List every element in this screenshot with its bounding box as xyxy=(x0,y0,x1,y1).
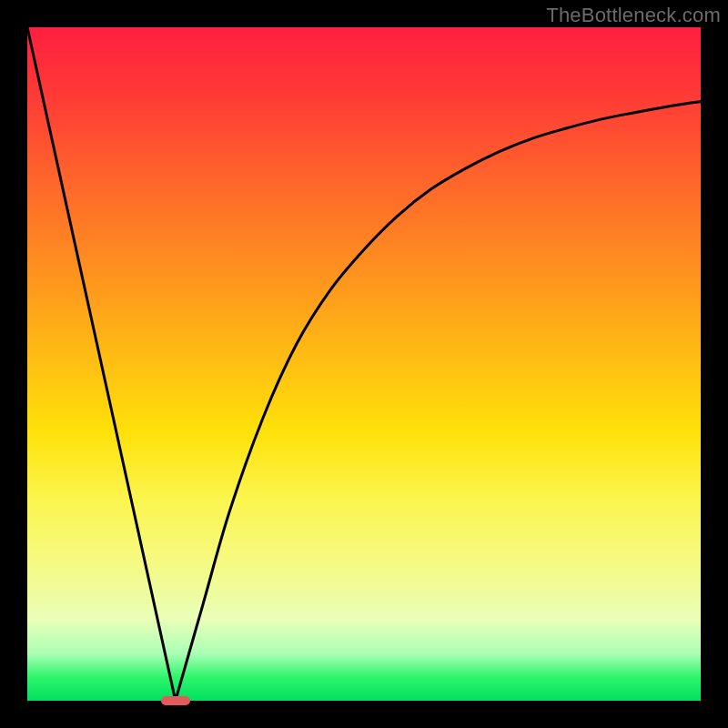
curve-svg xyxy=(27,27,701,701)
plot-area xyxy=(27,27,701,701)
watermark-text: TheBottleneck.com xyxy=(546,4,721,27)
curve-path xyxy=(27,27,701,701)
chart-frame: TheBottleneck.com xyxy=(0,0,728,728)
min-marker xyxy=(161,696,190,705)
